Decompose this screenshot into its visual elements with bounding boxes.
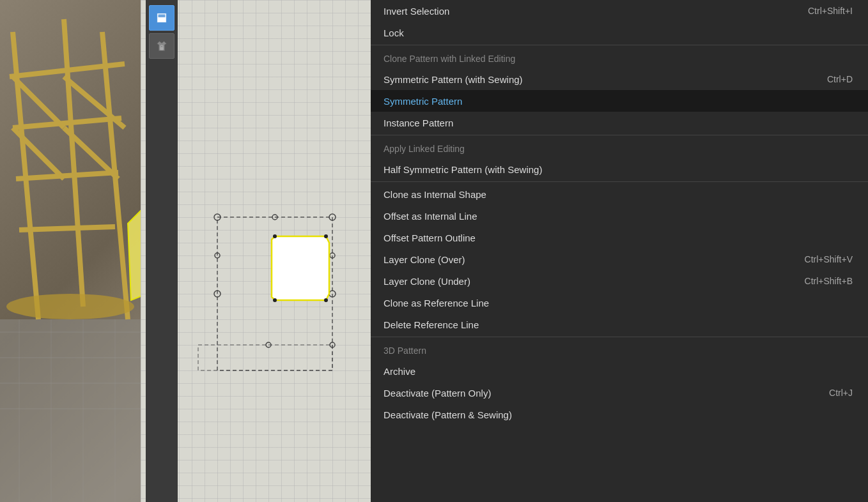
menu-item-label-delete-reference-line: Delete Reference Line: [384, 319, 479, 330]
3d-viewport: [0, 0, 371, 502]
menu-item-instance-pattern[interactable]: Instance Pattern: [371, 112, 868, 133]
menu-item-label-layer-clone-under: Layer Clone (Under): [384, 276, 470, 287]
menu-item-delete-reference-line[interactable]: Delete Reference Line: [371, 314, 868, 335]
menu-item-shortcut-layer-clone-under: Ctrl+Shift+B: [805, 276, 853, 286]
menu-section-header-apply-linked-header: Apply Linked Editing: [371, 137, 868, 158]
svg-point-34: [273, 234, 277, 238]
menu-item-label-layer-clone-over: Layer Clone (Over): [384, 254, 465, 265]
svg-point-36: [273, 298, 277, 302]
menu-item-label-deactivate-pattern-only: Deactivate (Pattern Only): [384, 388, 491, 399]
menu-item-label-offset-internal-line: Offset as Internal Line: [384, 211, 477, 222]
svg-rect-40: [160, 47, 164, 50]
menu-separator: [371, 45, 868, 45]
svg-line-10: [64, 19, 83, 307]
svg-line-18: [13, 128, 64, 179]
menu-item-layer-clone-over[interactable]: Layer Clone (Over)Ctrl+Shift+V: [371, 248, 868, 270]
menu-section-header-3d-pattern-header: 3D Pattern: [371, 338, 868, 360]
menu-item-shortcut-symmetric-with-sewing: Ctrl+D: [827, 74, 853, 84]
avatar-tool-button[interactable]: [149, 33, 174, 59]
menu-item-archive[interactable]: Archive: [371, 360, 868, 382]
tool-panel: [146, 0, 178, 502]
3d-scene-svg: [0, 0, 147, 502]
menu-item-deactivate-pattern-only[interactable]: Deactivate (Pattern Only)Ctrl+J: [371, 382, 868, 404]
menu-item-symmetric-with-sewing[interactable]: Symmetric Pattern (with Sewing)Ctrl+D: [371, 68, 868, 90]
svg-line-14: [16, 172, 118, 179]
menu-item-shortcut-layer-clone-over: Ctrl+Shift+V: [805, 254, 853, 264]
menu-item-shortcut-invert-selection: Ctrl+Shift+I: [808, 6, 853, 16]
menu-item-clone-internal-shape[interactable]: Clone as Internal Shape: [371, 183, 868, 205]
menu-item-label-symmetric-with-sewing: Symmetric Pattern (with Sewing): [384, 74, 523, 85]
menu-item-label-clone-reference-line: Clone as Reference Line: [384, 298, 489, 308]
menu-item-label-clone-internal-shape: Clone as Internal Shape: [384, 189, 486, 200]
menu-item-offset-pattern-outline[interactable]: Offset Pattern Outline: [371, 227, 868, 248]
menu-item-label-invert-selection: Invert Selection: [384, 6, 449, 17]
svg-point-35: [324, 234, 328, 238]
menu-item-label-instance-pattern: Instance Pattern: [384, 118, 453, 128]
menu-item-label-offset-pattern-outline: Offset Pattern Outline: [384, 232, 476, 243]
svg-point-20: [6, 294, 134, 319]
svg-line-15: [19, 227, 115, 230]
svg-rect-31: [198, 345, 332, 370]
menu-item-label-lock: Lock: [384, 27, 404, 38]
menu-item-label-symmetric-pattern: Symmetric Pattern: [384, 96, 462, 107]
menu-item-half-symmetric[interactable]: Half Symmetric Pattern (with Sewing): [371, 158, 868, 180]
svg-rect-39: [159, 15, 166, 18]
menu-item-offset-internal-line[interactable]: Offset as Internal Line: [371, 205, 868, 227]
menu-item-lock[interactable]: Lock: [371, 22, 868, 43]
menu-item-shortcut-deactivate-pattern-only: Ctrl+J: [829, 388, 853, 398]
menu-item-label-half-symmetric: Half Symmetric Pattern (with Sewing): [384, 164, 542, 175]
menu-item-clone-reference-line[interactable]: Clone as Reference Line: [371, 292, 868, 314]
menu-separator: [371, 181, 868, 182]
menu-separator: [371, 337, 868, 337]
menu-item-label-archive: Archive: [384, 366, 415, 377]
menu-item-layer-clone-under[interactable]: Layer Clone (Under)Ctrl+Shift+B: [371, 270, 868, 292]
menu-item-symmetric-pattern[interactable]: Symmetric Pattern: [371, 90, 868, 112]
context-menu: Invert SelectionCtrl+Shift+ILockClone Pa…: [371, 0, 868, 502]
menu-separator: [371, 135, 868, 135]
menu-item-deactivate-pattern-sewing[interactable]: Deactivate (Pattern & Sewing): [371, 404, 868, 425]
svg-line-13: [13, 118, 121, 128]
menu-item-invert-selection[interactable]: Invert SelectionCtrl+Shift+I: [371, 0, 868, 22]
svg-point-37: [324, 298, 328, 302]
pattern-tool-button[interactable]: [149, 5, 174, 31]
menu-item-label-deactivate-pattern-sewing: Deactivate (Pattern & Sewing): [384, 409, 512, 420]
menu-section-header-clone-pattern-header: Clone Pattern with Linked Editing: [371, 47, 868, 68]
menu-items-container: Invert SelectionCtrl+Shift+ILockClone Pa…: [371, 0, 868, 425]
svg-rect-0: [0, 319, 147, 502]
